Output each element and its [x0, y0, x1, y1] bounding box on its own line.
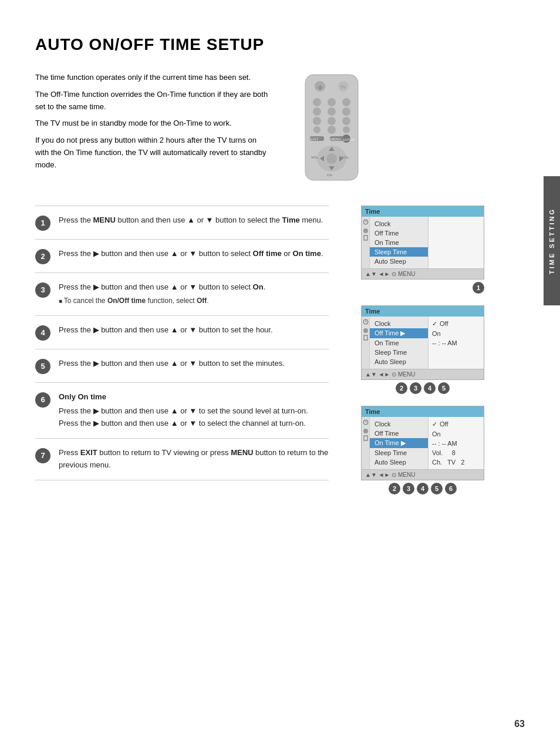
- remote-svg: ⏻ TV EXIT MENU: [299, 72, 364, 183]
- menu1-item-offtime: Off Time: [370, 228, 428, 238]
- intro-para3: The TV must be in standby mode for the O…: [35, 117, 270, 130]
- svg-point-13: [342, 117, 350, 125]
- steps-column: 1 Press the MENU button and then use ▲ o…: [35, 206, 329, 494]
- menu3-footer-text: ▲▼ ◄► ⊙ MENU: [365, 472, 415, 478]
- menu1-body: Clock Off Time On Time Sleep Time Auto S…: [362, 217, 484, 268]
- menu2-item-ontime: On Time: [370, 338, 428, 348]
- step-6-text: Only On time Press the ▶ button and then…: [59, 391, 308, 430]
- page-title: AUTO ON/OFF TIME SETUP: [35, 35, 505, 54]
- menu2-right: Off On -- : -- AM: [429, 317, 484, 369]
- remote-image: ⏻ TV EXIT MENU: [299, 72, 364, 194]
- step-3-text: Press the ▶ button and then use ▲ or ▼ b…: [59, 281, 265, 307]
- badge-3b: 3: [403, 483, 414, 494]
- page-number: 63: [514, 719, 525, 729]
- intro-para2: The Off-Time function overrides the On-T…: [35, 89, 270, 113]
- circle-icon: [363, 228, 369, 234]
- step-3-sub: To cancel the On/Off time function, sele…: [59, 295, 265, 307]
- svg-point-24: [326, 153, 337, 164]
- step-3: 3 Press the ▶ button and then use ▲ or ▼…: [35, 272, 329, 315]
- svg-point-8: [313, 107, 321, 116]
- svg-text:VOL.: VOL.: [311, 156, 319, 159]
- badge-3: 3: [410, 382, 421, 394]
- menu1-item-ontime: On Time: [370, 238, 428, 247]
- badge-5b: 5: [431, 483, 443, 494]
- svg-text:ENTER: ENTER: [343, 138, 355, 142]
- menu1-step-badge: 1: [473, 282, 484, 294]
- badge-2: 2: [396, 382, 407, 394]
- menu3-option-off: Off: [432, 419, 480, 429]
- pencil-icon3: [363, 435, 369, 441]
- menu2-title: Time: [362, 306, 484, 317]
- svg-point-7: [342, 98, 350, 106]
- step-2-circle: 2: [35, 249, 50, 264]
- step-4: 4 Press the ▶ button and then use ▲ or ▼…: [35, 315, 329, 349]
- menu3-left-icons: [362, 417, 370, 469]
- step-4-text: Press the ▶ button and then use ▲ or ▼ b…: [59, 324, 273, 337]
- step-1-text: Press the MENU button and then use ▲ or …: [59, 214, 323, 227]
- menu2-left-icons: [362, 317, 370, 369]
- menu1-title: Time: [362, 206, 484, 217]
- intro-para1: The time function operates only if the c…: [35, 72, 270, 84]
- svg-text:⏻: ⏻: [318, 85, 322, 89]
- menu1-item-clock: Clock: [370, 219, 428, 228]
- menu1-item-sleeptime: Sleep Time: [370, 247, 428, 257]
- menu3-body: Clock Off Time On Time ▶ Sleep Time Auto…: [362, 417, 484, 469]
- step-7-text: Press EXIT button to return to TV viewin…: [59, 447, 329, 472]
- svg-text:EXIT: EXIT: [311, 137, 319, 141]
- menu3-option-vol: Vol. 8: [432, 448, 480, 457]
- svg-point-9: [328, 107, 336, 116]
- menu1-item-autosleep: Auto Sleep: [370, 257, 428, 266]
- menu1-items: Clock Off Time On Time Sleep Time Auto S…: [370, 217, 429, 268]
- step-5-circle: 5: [35, 359, 50, 374]
- step-1: 1 Press the MENU button and then use ▲ o…: [35, 206, 329, 239]
- menu3-item-offtime: Off Time: [370, 429, 428, 438]
- intro-section: The time function operates only if the c…: [35, 72, 270, 176]
- svg-point-16: [343, 126, 350, 133]
- menu2-body: Clock Off Time ▶ On Time Sleep Time Auto…: [362, 317, 484, 369]
- menu3-item-autosleep: Auto Sleep: [370, 457, 428, 467]
- side-tab-label: TIME SETTING: [548, 208, 555, 274]
- svg-rect-46: [364, 436, 367, 440]
- right-column: Time Clock: [340, 206, 505, 494]
- svg-point-14: [313, 126, 321, 133]
- badge-4b: 4: [417, 483, 429, 494]
- main-layout: 1 Press the MENU button and then use ▲ o…: [35, 206, 505, 494]
- step-5-text: Press the ▶ button and then use ▲ or ▼ b…: [59, 358, 285, 370]
- menu2-option-off: Off: [432, 319, 480, 329]
- step-6-circle: 6: [35, 392, 50, 408]
- menu1-right: [429, 217, 484, 268]
- menu3-items: Clock Off Time On Time ▶ Sleep Time Auto…: [370, 417, 429, 469]
- svg-text:CH.: CH.: [327, 173, 333, 177]
- step-4-circle: 4: [35, 325, 50, 341]
- svg-point-40: [363, 328, 368, 333]
- svg-rect-36: [364, 235, 367, 240]
- menu3-title: Time: [362, 406, 484, 417]
- pencil-icon2: [363, 335, 369, 341]
- menu3-option-on: On: [432, 429, 480, 439]
- menu2-badge-container: 2 3 4 5: [361, 382, 484, 394]
- badge-2b: 2: [389, 483, 400, 494]
- svg-point-5: [313, 98, 321, 106]
- svg-point-45: [363, 429, 368, 433]
- menu1-footer: ▲▼ ◄► ⊙ MENU: [362, 268, 484, 279]
- step-6-title: Only On time: [59, 391, 308, 403]
- menu3-option-time: -- : -- AM: [432, 439, 480, 448]
- intro-para4: If you do not press any button within 2 …: [35, 134, 270, 171]
- menu-screenshot-3: Time Clock Off Time On Time ▶ Slee: [361, 406, 484, 480]
- circle-icon3: [363, 428, 369, 434]
- menu3-footer: ▲▼ ◄► ⊙ MENU: [362, 469, 484, 480]
- step-7: 7 Press EXIT button to return to TV view…: [35, 438, 329, 480]
- menu3-badge-container: 2 3 4 5 6: [361, 483, 484, 494]
- menu3-item-clock: Clock: [370, 419, 428, 429]
- svg-point-15: [328, 126, 336, 134]
- menu2-items: Clock Off Time ▶ On Time Sleep Time Auto…: [370, 317, 429, 369]
- svg-rect-41: [364, 335, 367, 340]
- menu2-item-sleeptime: Sleep Time: [370, 348, 428, 357]
- clock-icon: [363, 219, 369, 225]
- menu-screenshot-2-container: Time Clock Off Time ▶ On Time Slee: [361, 305, 484, 394]
- menu2-item-offtime: Off Time ▶: [370, 328, 428, 338]
- menu-screenshot-1: Time Clock: [361, 206, 484, 280]
- step-5: 5 Press the ▶ button and then use ▲ or ▼…: [35, 349, 329, 382]
- menu3-item-ontime: On Time ▶: [370, 438, 428, 448]
- side-tab: TIME SETTING: [544, 176, 560, 305]
